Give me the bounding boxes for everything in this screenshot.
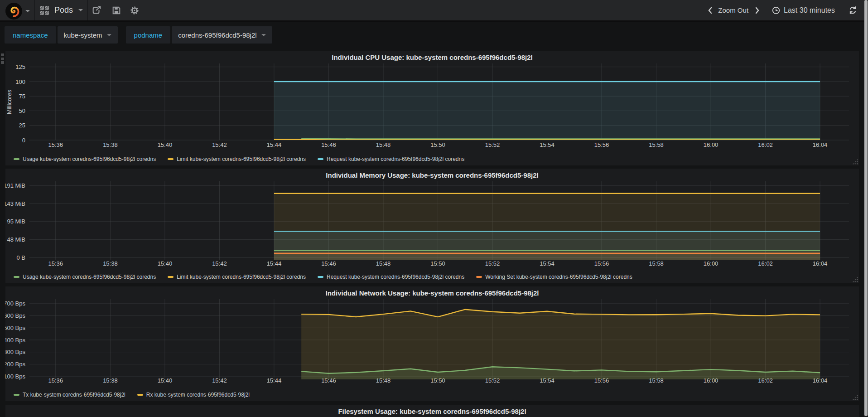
x-tick-label: 16:00 xyxy=(704,141,719,148)
legend-item[interactable]: Request kube-system coredns-695f96dcd5-9… xyxy=(318,156,464,162)
legend-item[interactable]: Working Set kube-system coredns-695f96dc… xyxy=(476,274,632,280)
chevron-down-icon xyxy=(107,34,111,36)
x-tick-label: 15:38 xyxy=(103,377,118,384)
x-tick-label: 15:44 xyxy=(267,141,282,148)
navbar-divider xyxy=(87,0,88,20)
chevron-down-icon xyxy=(261,34,266,36)
grafana-logo[interactable] xyxy=(5,3,22,19)
variable-podname: podname coredns-695f96dcd5-98j2l xyxy=(126,26,272,44)
x-tick-label: 16:02 xyxy=(758,260,773,267)
x-tick-label: 15:44 xyxy=(267,377,282,384)
panel-resize-handle[interactable] xyxy=(852,276,858,282)
legend-swatch-icon xyxy=(14,158,19,160)
legend-label: Limit kube-system coredns-695f96dcd5-98j… xyxy=(177,156,306,162)
x-tick-label: 15:48 xyxy=(376,260,391,267)
x-tick-label: 15:46 xyxy=(321,260,336,267)
x-tick-label: 15:40 xyxy=(158,377,173,384)
legend-swatch-icon xyxy=(14,276,19,278)
panel-network: Individual Network Usage: kube-system co… xyxy=(5,286,859,401)
y-axis-label: Millicores xyxy=(6,89,13,114)
x-tick-label: 15:40 xyxy=(158,141,173,148)
x-tick-label: 16:02 xyxy=(758,141,773,148)
panel-resize-handle[interactable] xyxy=(852,394,858,400)
row-drag-handle[interactable] xyxy=(1,53,4,64)
y-tick-label: 600 Bps xyxy=(5,312,25,319)
chevron-right-icon[interactable] xyxy=(755,7,760,14)
legend-item[interactable]: Tx kube-system coredns-695f96dcd5-98j2l xyxy=(14,392,125,398)
page-scrollbar-track[interactable] xyxy=(864,0,868,417)
y-tick-label: 400 Bps xyxy=(5,337,25,344)
legend-item[interactable]: Usage kube-system coredns-695f96dcd5-98j… xyxy=(14,156,156,162)
settings-gear-icon[interactable] xyxy=(130,5,140,15)
cpu-legend: Usage kube-system coredns-695f96dcd5-98j… xyxy=(14,154,476,162)
legend-item[interactable]: Rx kube-system coredns-695f96dcd5-98j2l xyxy=(137,392,250,398)
x-tick-label: 15:54 xyxy=(540,141,555,148)
legend-label: Tx kube-system coredns-695f96dcd5-98j2l xyxy=(23,392,125,398)
legend-item[interactable]: Usage kube-system coredns-695f96dcd5-98j… xyxy=(14,274,156,280)
cpu-chart-canvas[interactable]: 025507510012515:3615:3815:4015:4215:4415… xyxy=(5,63,859,155)
legend-label: Request kube-system coredns-695f96dcd5-9… xyxy=(327,274,464,280)
variable-namespace-label: namespace xyxy=(5,26,56,44)
legend-swatch-icon xyxy=(14,394,19,396)
y-tick-label: 500 Bps xyxy=(5,325,25,331)
x-tick-label: 15:58 xyxy=(649,141,664,148)
variable-podname-value[interactable]: coredns-695f96dcd5-98j2l xyxy=(172,26,272,44)
y-tick-label: 48 MiB xyxy=(7,236,25,243)
x-tick-label: 15:58 xyxy=(649,260,664,267)
panel-title[interactable]: Individual Network Usage: kube-system co… xyxy=(5,289,859,297)
legend-swatch-icon xyxy=(318,158,323,160)
dashboard-picker[interactable]: Pods xyxy=(40,0,83,20)
variable-namespace: namespace kube-system xyxy=(5,26,118,44)
navbar-right: Zoom Out Last 30 minutes xyxy=(707,0,868,20)
panel-title[interactable]: Filesystem Usage: kube-system coredns-69… xyxy=(5,407,859,415)
x-tick-label: 15:48 xyxy=(376,141,391,148)
legend-swatch-icon xyxy=(318,276,323,278)
navbar-divider xyxy=(34,0,35,20)
legend-swatch-icon xyxy=(168,158,174,160)
y-tick-label: 0 xyxy=(22,137,25,144)
series-fill-rx xyxy=(301,310,820,379)
x-tick-label: 15:56 xyxy=(594,141,609,148)
legend-item[interactable]: Request kube-system coredns-695f96dcd5-9… xyxy=(318,274,464,280)
clock-icon[interactable] xyxy=(772,6,780,15)
y-tick-label: 125 xyxy=(15,63,25,70)
page-scrollbar-thumb[interactable] xyxy=(864,0,868,416)
chevron-left-icon[interactable] xyxy=(707,7,713,14)
memory-chart-svg: 0 B48 MiB95 MiB143 MiB191 MiB15:3615:381… xyxy=(5,180,859,272)
legend-item[interactable]: Limit kube-system coredns-695f96dcd5-98j… xyxy=(168,274,306,280)
y-tick-label: 100 Bps xyxy=(5,373,25,380)
dashboard-title: Pods xyxy=(54,5,73,15)
time-range-picker[interactable]: Last 30 minutes xyxy=(784,6,835,15)
legend-swatch-icon xyxy=(168,276,174,278)
panel-title[interactable]: Individual Memory Usage: kube-system cor… xyxy=(5,171,859,179)
cpu-chart-svg: 025507510012515:3615:3815:4015:4215:4415… xyxy=(5,63,859,153)
legend-label: Limit kube-system coredns-695f96dcd5-98j… xyxy=(177,274,306,280)
panel-title[interactable]: Individual CPU Usage: kube-system coredn… xyxy=(5,53,859,61)
y-tick-label: 25 xyxy=(19,122,25,129)
panel-filesystem: Filesystem Usage: kube-system coredns-69… xyxy=(5,405,859,417)
memory-legend: Usage kube-system coredns-695f96dcd5-98j… xyxy=(14,272,644,280)
legend-swatch-icon xyxy=(137,394,143,396)
memory-chart-canvas[interactable]: 0 B48 MiB95 MiB143 MiB191 MiB15:3615:381… xyxy=(5,180,859,274)
variable-namespace-value[interactable]: kube-system xyxy=(58,26,118,44)
x-tick-label: 15:36 xyxy=(48,141,63,148)
x-tick-label: 15:36 xyxy=(48,377,63,384)
legend-item[interactable]: Limit kube-system coredns-695f96dcd5-98j… xyxy=(168,156,306,162)
y-tick-label: 0 B xyxy=(16,254,25,261)
zoom-out-button[interactable]: Zoom Out xyxy=(718,6,748,14)
refresh-icon[interactable] xyxy=(849,6,857,15)
network-chart-canvas[interactable]: 100 Bps200 Bps300 Bps400 Bps500 Bps600 B… xyxy=(5,298,859,391)
logo-caret-icon[interactable] xyxy=(25,10,30,12)
panel-memory: Individual Memory Usage: kube-system cor… xyxy=(5,169,859,283)
save-icon[interactable] xyxy=(111,5,121,15)
grafana-logo-icon xyxy=(7,5,21,18)
x-tick-label: 15:42 xyxy=(212,260,227,267)
x-tick-label: 15:50 xyxy=(430,260,445,267)
x-tick-label: 15:54 xyxy=(540,260,555,267)
y-tick-label: 700 Bps xyxy=(5,300,25,307)
network-legend: Tx kube-system coredns-695f96dcd5-98j2lR… xyxy=(14,389,261,398)
legend-swatch-icon xyxy=(476,276,482,278)
panel-resize-handle[interactable] xyxy=(852,159,858,165)
template-variables-row: namespace kube-system podname coredns-69… xyxy=(5,26,280,44)
share-icon[interactable] xyxy=(92,5,101,15)
